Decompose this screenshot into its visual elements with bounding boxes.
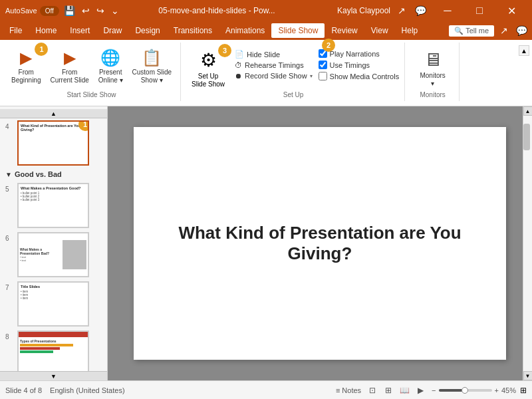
reading-view-button[interactable]: 📖 xyxy=(397,384,412,397)
from-beginning-button[interactable]: ▶ FromBeginning 1 xyxy=(8,47,44,86)
show-media-controls-checkbox[interactable] xyxy=(319,72,327,80)
scroll-up-btn[interactable]: ▲ xyxy=(523,106,533,116)
scroll-thumb[interactable] xyxy=(523,124,530,150)
thumb-8-rows xyxy=(20,344,86,353)
zoom-thumb[interactable] xyxy=(462,387,468,394)
undo-icon[interactable]: ↩ xyxy=(80,5,92,16)
section-label-good-vs-bad: ▼ Good vs. Bad xyxy=(0,168,107,181)
slide-thumb-6[interactable]: 6 What Makes a Presentation Bad? • text•… xyxy=(0,230,107,279)
setup-dropdown-items: 📄 Hide Slide ⏱ Rehearse Timings ⏺ Record… xyxy=(233,47,315,80)
ribbon-group-setup: ⚙ Set UpSlide Show 3 📄 Hide Slide ⏱ Rehe… xyxy=(182,43,405,101)
menu-help[interactable]: Help xyxy=(395,23,425,38)
section-name: Good vs. Bad xyxy=(15,170,62,178)
title-bar-right: Kayla Claypool ↗ 💬 xyxy=(290,5,428,16)
use-timings-label: Use Timings xyxy=(330,61,370,69)
zoom-out-icon[interactable]: − xyxy=(432,386,436,394)
menu-design[interactable]: Design xyxy=(128,23,166,38)
main-area: ▲ 4 What Kind of Presentation are You Gi… xyxy=(0,106,532,380)
slide-sorter-button[interactable]: ⊞ xyxy=(381,384,396,397)
save-icon[interactable]: 💾 xyxy=(62,5,77,16)
record-slideshow-button[interactable]: ⏺ Record Slide Show ▾ xyxy=(233,71,315,80)
close-button[interactable]: ✕ xyxy=(496,0,527,21)
thumb-image-6 xyxy=(63,240,86,269)
search-label: Tell me xyxy=(466,27,489,35)
menu-animations[interactable]: Animations xyxy=(219,23,271,38)
from-current-label: FromCurrent Slide xyxy=(50,68,88,84)
normal-view-button[interactable]: ⊡ xyxy=(365,384,380,397)
share-ribbon-icon[interactable]: ↗ xyxy=(498,25,510,36)
comment-icon[interactable]: 💬 xyxy=(413,5,428,16)
scroll-down-btn[interactable]: ▼ xyxy=(523,371,533,380)
menu-file[interactable]: File xyxy=(3,23,29,38)
autosave-control[interactable]: AutoSave Off xyxy=(5,6,59,16)
present-online-button[interactable]: 🌐 PresentOnline ▾ xyxy=(95,47,126,86)
zoom-slider[interactable] xyxy=(439,389,492,392)
from-current-button[interactable]: ▶ FromCurrent Slide xyxy=(47,47,92,86)
comment-ribbon-icon[interactable]: 💬 xyxy=(514,25,529,36)
use-timings-checkbox[interactable] xyxy=(319,61,327,69)
slide-thumb-4[interactable]: 4 What Kind of Presentation are You Givi… xyxy=(0,118,107,168)
autosave-toggle[interactable]: Off xyxy=(40,6,59,16)
slide-thumb-5[interactable]: 5 What Makes a Presentation Good? • bull… xyxy=(0,181,107,230)
menu-bar: File Home Insert Draw Design Transitions… xyxy=(0,21,532,40)
zoom-level: 45% xyxy=(501,386,516,394)
slide-num-6: 6 xyxy=(5,235,13,242)
share-icon[interactable]: ↗ xyxy=(396,5,408,16)
hide-slide-icon: 📄 xyxy=(235,50,244,59)
search-box[interactable]: 🔍 Tell me xyxy=(449,25,494,37)
thumb-text-6: What Makes a Presentation Bad? • text• t… xyxy=(20,247,61,262)
slide-view-area: What Kind of Presentation are You Giving… xyxy=(108,106,532,380)
zoom-fill xyxy=(439,389,463,392)
present-online-label: PresentOnline ▾ xyxy=(98,68,123,84)
slide-thumbnail-5[interactable]: What Makes a Presentation Good? • bullet… xyxy=(17,183,89,228)
slide-panel-scroll-up[interactable]: ▲ xyxy=(0,109,107,118)
slide-thumbnail-7[interactable]: Title Slides • item• item• item xyxy=(17,281,89,327)
ribbon-group-start-slideshow: ▶ FromBeginning 1 ▶ FromCurrent Slide 🌐 … xyxy=(3,43,181,101)
zoom-control: − + 45% xyxy=(432,386,516,394)
slide-thumbnail-8[interactable]: Types of Presentations xyxy=(17,331,89,376)
slide-thumb-8[interactable]: 8 Types of Presentations xyxy=(0,329,107,378)
slide-panel-scroll-down[interactable]: ▼ xyxy=(0,371,107,380)
menu-slideshow[interactable]: Slide Show xyxy=(271,23,325,38)
thumb-8-bar xyxy=(19,332,88,337)
section-arrow: ▼ xyxy=(5,171,12,178)
play-narrations-label: Play Narrations xyxy=(330,50,380,58)
menu-draw[interactable]: Draw xyxy=(96,23,128,38)
record-dropdown-arrow: ▾ xyxy=(310,73,313,79)
thumb-title-7: Title Slides xyxy=(21,285,86,289)
use-timings-check[interactable]: Use Timings xyxy=(319,61,400,69)
customize-qat-icon[interactable]: ⌄ xyxy=(109,5,121,16)
slide-thumb-7[interactable]: 7 Title Slides • item• item• item xyxy=(0,279,107,329)
hide-slide-button[interactable]: 📄 Hide Slide xyxy=(233,49,315,59)
custom-slideshow-icon: 📋 xyxy=(142,49,162,67)
menu-review[interactable]: Review xyxy=(325,23,364,38)
menu-home[interactable]: Home xyxy=(29,23,63,38)
main-scrollbar-v[interactable]: ▲ ▼ xyxy=(523,106,532,380)
thumb-8-row1 xyxy=(20,344,73,346)
thumb-8-row3 xyxy=(20,350,53,353)
menu-view[interactable]: View xyxy=(364,23,395,38)
rehearse-timings-button[interactable]: ⏱ Rehearse Timings xyxy=(233,61,315,70)
zoom-in-icon[interactable]: + xyxy=(495,386,499,394)
menu-insert[interactable]: Insert xyxy=(63,23,96,38)
from-beginning-icon: ▶ xyxy=(20,49,32,67)
restore-button[interactable]: □ xyxy=(464,0,495,21)
thumb-content-7: Title Slides • item• item• item xyxy=(19,283,88,325)
notes-button[interactable]: ≡ Notes xyxy=(336,386,361,394)
show-media-controls-check[interactable]: Show Media Controls xyxy=(319,72,400,80)
setup-slideshow-button[interactable]: ⚙ Set UpSlide Show 3 xyxy=(188,47,229,91)
monitors-button[interactable]: 🖥 Monitors▾ xyxy=(416,47,448,90)
fit-window-icon[interactable]: ⊞ xyxy=(520,386,527,395)
slideshow-view-button[interactable]: ▶ xyxy=(413,384,428,397)
thumb-content-5: What Makes a Presentation Good? • bullet… xyxy=(19,184,88,227)
redo-icon[interactable]: ↪ xyxy=(94,5,106,16)
slide-num-7: 7 xyxy=(5,284,13,291)
slide-thumbnail-4[interactable]: What Kind of Presentation are You Giving… xyxy=(17,120,89,166)
minimize-button[interactable]: ─ xyxy=(432,0,463,21)
custom-slideshow-button[interactable]: 📋 Custom SlideShow ▾ xyxy=(129,47,175,86)
menu-transitions[interactable]: Transitions xyxy=(167,23,219,38)
slide-thumbnail-6[interactable]: What Makes a Presentation Bad? • text• t… xyxy=(17,232,89,277)
thumb-8-title: Types of Presentations xyxy=(20,339,86,343)
collapse-ribbon-icon[interactable]: ▲ xyxy=(519,45,529,56)
collapse-ribbon[interactable]: ▲ xyxy=(519,43,529,56)
